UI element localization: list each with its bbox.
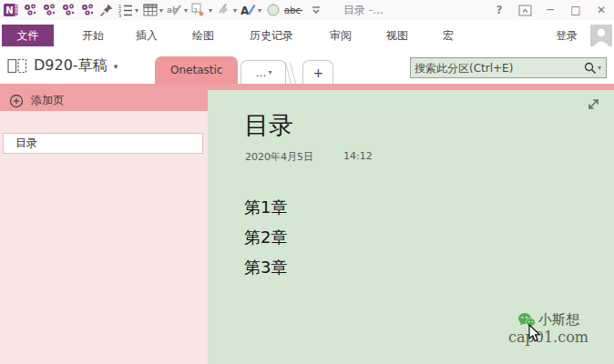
section-tabs: Onetastic … ▾ + — [155, 56, 333, 84]
strikethrough-icon[interactable]: abc — [284, 3, 304, 18]
svg-text:3: 3 — [118, 13, 121, 18]
watermark-site: cap01.com — [508, 329, 614, 346]
watermark: 小斯想 cap01.com — [508, 311, 614, 346]
onenote-window: N 123 ▾ ▾ ab ▾ — [0, 0, 614, 364]
tab-history[interactable]: 历史记录 — [236, 23, 307, 49]
mouse-cursor-icon — [528, 324, 542, 348]
font-color-icon[interactable]: A — [240, 3, 256, 18]
tab-draw[interactable]: 绘图 — [179, 23, 228, 49]
section-tab-onetastic[interactable]: Onetastic — [155, 56, 238, 84]
tag-star-dropdown[interactable]: ▾ — [209, 6, 212, 15]
page-list-sidebar: 添加页 目录 — [0, 90, 208, 364]
person-icon — [590, 25, 612, 46]
sign-in-link[interactable]: 登录 — [556, 28, 590, 44]
close-button[interactable]: ✕ — [588, 0, 614, 20]
page-body[interactable]: 第1章 第2章 第3章 — [244, 194, 287, 284]
help-button[interactable]: ? — [486, 0, 512, 20]
add-page-button[interactable]: 添加页 — [0, 90, 208, 111]
page-meta: 2020年4月5日 14:12 — [245, 150, 373, 164]
page-list: 目录 — [0, 133, 208, 154]
page-date: 2020年4月5日 — [245, 150, 313, 164]
paint-bucket-icon[interactable] — [216, 3, 231, 18]
avatar[interactable] — [590, 25, 612, 46]
section-search-input[interactable] — [411, 62, 584, 75]
section-overflow-label: … — [255, 66, 266, 79]
watermark-name: 小斯想 — [538, 311, 579, 329]
tab-macros[interactable]: 宏 — [429, 23, 467, 49]
body-line[interactable]: 第1章 — [244, 194, 287, 224]
tab-file[interactable]: 文件 — [2, 25, 54, 46]
onenote-logo-icon: N — [3, 3, 18, 18]
section-overflow-caret-icon: ▾ — [268, 68, 271, 76]
green-circle-icon[interactable] — [265, 3, 281, 18]
svg-text:★: ★ — [198, 9, 205, 18]
search-controls: ▾ — [584, 62, 606, 75]
table-dropdown[interactable]: ▾ — [159, 6, 163, 15]
tag-star-icon[interactable]: ?★ — [191, 3, 207, 18]
notebook-icon — [7, 57, 27, 75]
macro-2-icon[interactable] — [41, 3, 56, 18]
page-time: 14:12 — [343, 150, 373, 164]
ribbon-tab-row: 文件 开始 插入 绘图 历史记录 审阅 视图 宏 登录 — [0, 20, 614, 51]
font-color-dropdown[interactable]: ▾ — [258, 6, 261, 15]
title-bar: N 123 ▾ ▾ ab ▾ — [0, 0, 614, 20]
maximize-button[interactable]: □ — [563, 0, 588, 20]
section-overflow-tab[interactable]: … ▾ — [240, 60, 286, 84]
minimize-button[interactable]: ─ — [537, 0, 563, 20]
numbered-list-icon[interactable]: 123 — [118, 3, 133, 18]
notebook-name: D920-草稿 — [34, 56, 107, 76]
svg-text:A: A — [240, 5, 250, 17]
pin-icon[interactable] — [98, 3, 114, 18]
stacked-tabs-decoration — [288, 62, 301, 84]
tab-insert[interactable]: 插入 — [122, 23, 171, 49]
quick-access-toolbar: N 123 ▾ ▾ ab ▾ — [3, 3, 323, 18]
full-page-view-icon[interactable] — [587, 97, 600, 111]
table-icon[interactable] — [142, 3, 158, 18]
notebook-selector[interactable]: D920-草稿 ▾ — [7, 56, 118, 76]
customize-toolbar-icon[interactable] — [308, 3, 323, 18]
search-scope-caret[interactable]: ▾ — [598, 64, 601, 72]
tab-view[interactable]: 视图 — [373, 23, 422, 49]
spelling-dropdown[interactable]: ▾ — [184, 6, 188, 15]
body-line[interactable]: 第3章 — [244, 254, 287, 284]
tab-review[interactable]: 审阅 — [316, 23, 365, 49]
macro-4-icon[interactable] — [79, 3, 95, 18]
search-box: ▾ — [410, 57, 607, 78]
spelling-icon[interactable]: ab — [167, 3, 182, 18]
navigation-row: D920-草稿 ▾ Onetastic … ▾ + ▾ — [0, 51, 614, 84]
svg-text:N: N — [5, 5, 13, 15]
new-section-button[interactable]: + — [302, 60, 333, 84]
macro-1-icon[interactable] — [22, 3, 37, 18]
macro-3-icon[interactable] — [60, 3, 76, 18]
plus-circle-icon — [9, 94, 24, 108]
search-icon[interactable] — [584, 62, 597, 75]
numbered-list-dropdown[interactable]: ▾ — [135, 6, 138, 15]
add-page-label: 添加页 — [31, 93, 64, 108]
tab-home[interactable]: 开始 — [68, 23, 118, 49]
ribbon-display-button[interactable] — [512, 0, 537, 20]
notebook-caret-icon: ▾ — [114, 62, 118, 71]
window-controls: ? ─ □ ✕ — [486, 0, 614, 20]
page-title[interactable]: 目录 — [244, 109, 293, 142]
window-title: 目录 -... — [343, 3, 384, 18]
paint-bucket-dropdown[interactable]: ▾ — [233, 6, 237, 15]
page-canvas[interactable]: 目录 2020年4月5日 14:12 第1章 第2章 第3章 小斯想 cap01… — [208, 90, 614, 364]
page-list-item-selected[interactable]: 目录 — [3, 133, 203, 154]
section-color-strip — [0, 84, 614, 90]
body-line[interactable]: 第2章 — [244, 224, 287, 254]
